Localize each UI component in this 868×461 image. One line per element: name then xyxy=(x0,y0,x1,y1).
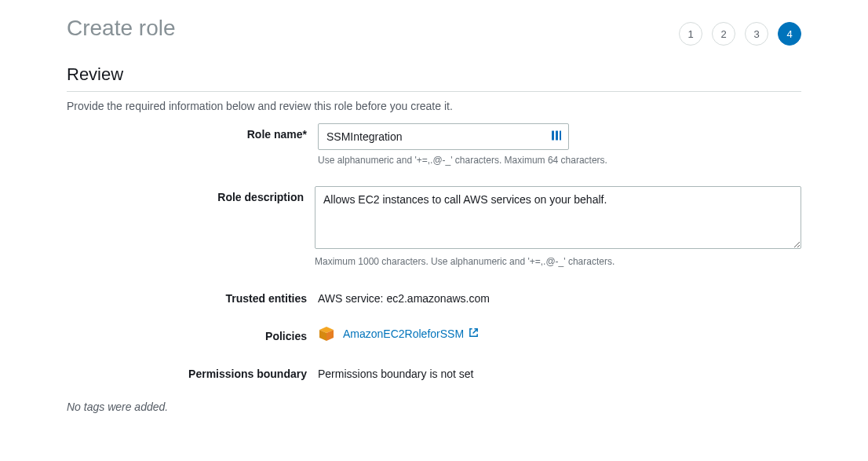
external-link-icon xyxy=(469,327,479,340)
role-description-helper: Maximum 1000 characters. Use alphanumeri… xyxy=(315,256,801,267)
role-name-helper: Use alphanumeric and '+=,.@-_' character… xyxy=(318,155,801,166)
role-description-label: Role description xyxy=(67,186,315,203)
field-role-description: Role description Maximum 1000 characters… xyxy=(67,186,801,267)
permissions-boundary-value: Permissions boundary is not set xyxy=(318,363,473,380)
tags-section: No tags were added. xyxy=(67,401,801,413)
role-name-input[interactable] xyxy=(318,123,569,150)
trusted-entities-value: AWS service: ec2.amazonaws.com xyxy=(318,287,490,305)
field-policies: Policies AmazonEC2RoleforSSM xyxy=(67,325,801,342)
section-title-review: Review xyxy=(67,64,801,92)
policy-link-text: AmazonEC2RoleforSSM xyxy=(343,327,464,340)
policies-label: Policies xyxy=(67,325,318,342)
field-trusted-entities: Trusted entities AWS service: ec2.amazon… xyxy=(67,287,801,305)
field-role-name: Role name* Use alphanumeric and '+=,.@-_… xyxy=(67,123,801,166)
section-description: Provide the required information below a… xyxy=(67,100,801,112)
svg-rect-1 xyxy=(556,131,558,141)
svg-rect-2 xyxy=(560,131,561,141)
svg-rect-0 xyxy=(552,131,554,141)
trusted-entities-label: Trusted entities xyxy=(67,287,318,305)
role-description-textarea[interactable] xyxy=(315,186,801,249)
role-name-label: Role name* xyxy=(67,123,318,141)
permissions-boundary-label: Permissions boundary xyxy=(67,363,318,380)
wizard-steps: 1 2 3 4 xyxy=(679,16,801,46)
wizard-step-1[interactable]: 1 xyxy=(679,22,702,46)
wizard-step-2[interactable]: 2 xyxy=(712,22,735,46)
policy-link[interactable]: AmazonEC2RoleforSSM xyxy=(343,327,479,340)
field-permissions-boundary: Permissions boundary Permissions boundar… xyxy=(67,363,801,380)
policy-box-icon xyxy=(318,325,335,342)
page-title: Create role xyxy=(67,16,176,41)
wizard-step-3[interactable]: 3 xyxy=(745,22,768,46)
lastpass-icon[interactable] xyxy=(552,130,563,144)
wizard-step-4[interactable]: 4 xyxy=(778,22,801,46)
tags-message: No tags were added. xyxy=(67,401,168,413)
